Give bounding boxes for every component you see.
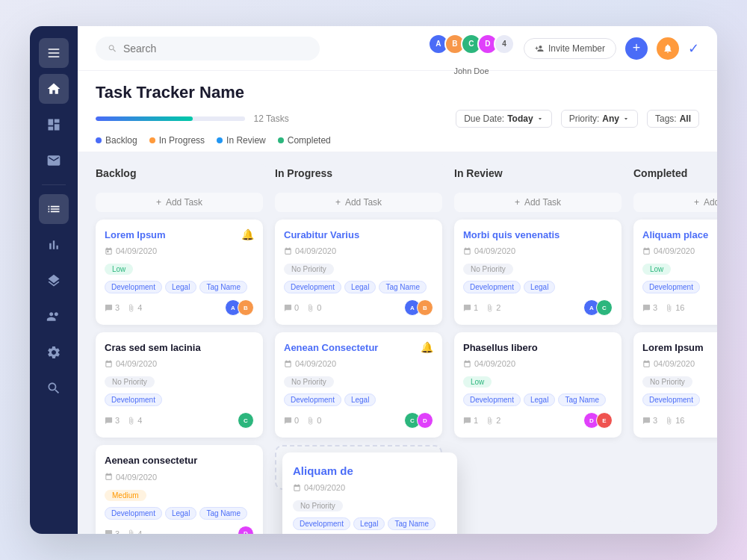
sidebar-item-list[interactable] [39, 194, 69, 224]
task-date: 04/09/2020 [105, 246, 254, 255]
task-avatars: A B [404, 299, 433, 316]
legend-row: Backlog In Progress In Review Completed [96, 135, 699, 146]
sidebar-item-layers[interactable] [39, 266, 69, 296]
tags-filter[interactable]: Tags: All [647, 110, 699, 128]
tag: Tag Name [558, 393, 606, 406]
sidebar-item-chart[interactable] [39, 230, 69, 260]
task-footer: 3 4 D [105, 526, 254, 534]
tag: Development [105, 393, 162, 406]
priority-badge: No Priority [284, 376, 334, 388]
task-date: 04/09/2020 [284, 246, 433, 255]
priority-filter[interactable]: Priority: Any [561, 110, 638, 128]
search-bar[interactable] [96, 37, 320, 60]
due-date-filter[interactable]: Due Date: Today [456, 110, 551, 128]
priority-value: Any [602, 113, 619, 124]
sidebar-item-home[interactable] [39, 74, 69, 104]
task-card-header: Cras sed sem lacinia [105, 341, 254, 355]
attachments-count: 2 [486, 416, 500, 425]
comment-icon [463, 304, 471, 312]
due-date-label: Due Date: [464, 113, 504, 124]
task-meta: 0 0 [284, 416, 321, 425]
task-date-value: 04/09/2020 [116, 246, 157, 255]
task-card-header: Lorem Ipsum 🔔 [105, 228, 254, 242]
priority-badge: No Priority [642, 376, 692, 388]
search-input[interactable] [123, 43, 308, 55]
task-card-header: Morbi quis venenatis [463, 228, 613, 242]
task-date-value: 04/09/2020 [654, 359, 695, 368]
priority-badge: No Priority [105, 376, 155, 388]
comments-count: 3 [105, 303, 120, 312]
legend-dot-backlog [96, 137, 102, 143]
svg-rect-0 [49, 49, 60, 50]
filter-controls: Due Date: Today Priority: Any Tags: All [456, 110, 699, 128]
comments-count: 0 [284, 416, 299, 425]
attachments-count: 16 [665, 303, 684, 312]
task-footer: 3 4 C [105, 412, 254, 429]
notification-dot[interactable] [657, 37, 679, 60]
add-task-completed[interactable]: + Add Task [633, 193, 717, 212]
add-task-inreview[interactable]: + Add Task [454, 193, 622, 212]
task-avatar: E [596, 412, 613, 429]
sidebar-item-settings[interactable] [39, 337, 69, 367]
progress-row: 12 Tasks Due Date: Today Priority: Any T… [96, 110, 699, 128]
add-task-label: Add Task [166, 197, 202, 208]
task-card-header: Phasellus libero [463, 341, 613, 355]
sidebar-item-dashboard[interactable] [39, 110, 69, 140]
sidebar-item-search[interactable] [39, 373, 69, 403]
tag: Legal [165, 507, 196, 520]
attach-count-val: 2 [496, 416, 500, 425]
sidebar-divider [42, 184, 66, 185]
attachments-count: 4 [127, 303, 142, 312]
attach-icon [127, 417, 135, 425]
attach-icon [306, 304, 314, 312]
user-plus-icon [535, 44, 544, 53]
add-task-inprogress[interactable]: + Add Task [275, 193, 442, 212]
attach-icon [665, 304, 673, 312]
comments-count: 3 [105, 416, 120, 425]
calendar-icon [105, 247, 113, 255]
due-date-value: Today [507, 113, 533, 124]
tasks-count: 12 Tasks [254, 113, 289, 124]
attach-count-val: 0 [317, 416, 321, 425]
task-meta: 3 4 [105, 303, 142, 312]
sidebar-item-team[interactable] [39, 302, 69, 332]
task-date-value: 04/09/2020 [654, 246, 695, 255]
attach-count-val: 16 [675, 303, 684, 312]
sidebar-item-mail[interactable] [39, 146, 69, 175]
priority-badge: No Priority [284, 264, 334, 275]
comments-count: 3 [642, 416, 657, 425]
tag: Legal [344, 281, 376, 293]
add-task-backlog[interactable]: + Add Task [96, 193, 263, 212]
task-title: Lorem Ipsum [642, 341, 704, 355]
sidebar-item-menu[interactable] [39, 38, 69, 68]
add-button[interactable]: + [625, 37, 648, 60]
task-avatar: D [417, 412, 433, 429]
comments-count: 3 [642, 303, 657, 312]
task-title: Aliquam place [642, 228, 708, 242]
attach-icon [486, 304, 494, 312]
search-icon [108, 43, 117, 54]
avatar-group: A B C D 4 [428, 34, 515, 55]
task-card-header: Aenean Consectetur 🔔 [284, 341, 433, 355]
task-card-c1: Aliquam place 04/09/2020 Low Development [633, 220, 717, 325]
legend-dot-completed [278, 137, 284, 143]
task-avatars: C D [404, 412, 433, 429]
comments-count: 3 [105, 529, 120, 534]
legend-completed: Completed [278, 135, 331, 146]
calendar-icon [642, 247, 651, 255]
tags-row: Development Legal Tag Name [463, 393, 613, 406]
legend-label-backlog: Backlog [105, 135, 137, 146]
attach-icon [665, 417, 673, 425]
checkmark-button[interactable]: ✓ [688, 40, 699, 57]
tags-row: Development [642, 393, 717, 406]
comment-icon [642, 304, 651, 312]
priority-badge: Low [642, 264, 671, 275]
task-title: Morbi quis venenatis [463, 228, 560, 242]
column-backlog-title: Backlog [96, 164, 263, 185]
calendar-icon [293, 484, 301, 492]
invite-member-button[interactable]: Invite Member [524, 38, 616, 59]
comment-count-val: 1 [474, 416, 478, 425]
tags-label: Tags: [655, 113, 677, 124]
task-meta: 3 4 [105, 416, 142, 425]
task-card-b3: Aenean consectetur 04/09/2020 Medium Dev… [96, 445, 263, 534]
